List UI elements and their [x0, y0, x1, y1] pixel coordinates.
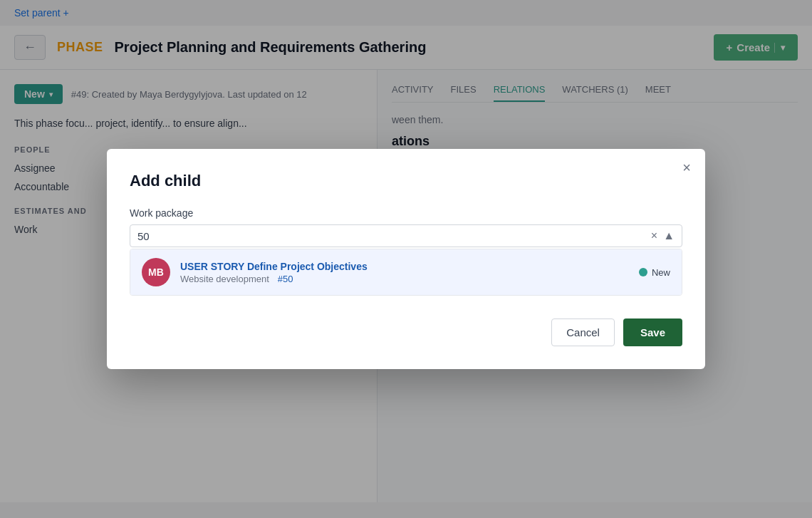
clear-icon[interactable]: × [651, 229, 657, 242]
result-status-row: New [639, 267, 670, 278]
result-info: USER STORY Define Project Objectives Web… [180, 261, 629, 284]
cancel-button[interactable]: Cancel [551, 318, 615, 346]
result-id: #50 [278, 274, 293, 284]
search-icons: × ▲ [651, 229, 675, 242]
work-package-input-wrapper[interactable]: × ▲ [130, 224, 682, 247]
result-project: Website development [180, 274, 269, 284]
result-sub: Website development #50 [180, 274, 629, 284]
status-dot [639, 268, 647, 276]
modal-footer: Cancel Save [130, 318, 682, 346]
work-package-input[interactable] [137, 230, 651, 242]
avatar: MB [142, 258, 170, 286]
modal-close-button[interactable]: × [682, 160, 691, 175]
modal-title: Add child [130, 172, 682, 190]
result-status: New [652, 267, 670, 278]
result-title: USER STORY Define Project Objectives [180, 261, 629, 272]
work-package-dropdown: MB USER STORY Define Project Objectives … [130, 249, 682, 296]
result-item[interactable]: MB USER STORY Define Project Objectives … [130, 249, 682, 295]
work-package-label: Work package [130, 207, 682, 219]
add-child-modal: Add child × Work package × ▲ MB USER STO… [107, 149, 705, 369]
save-button[interactable]: Save [623, 318, 682, 346]
dropdown-icon[interactable]: ▲ [663, 229, 675, 242]
modal-overlay: Add child × Work package × ▲ MB USER STO… [0, 0, 812, 518]
work-package-field-group: Work package × ▲ MB USER STORY Define Pr… [130, 207, 682, 296]
